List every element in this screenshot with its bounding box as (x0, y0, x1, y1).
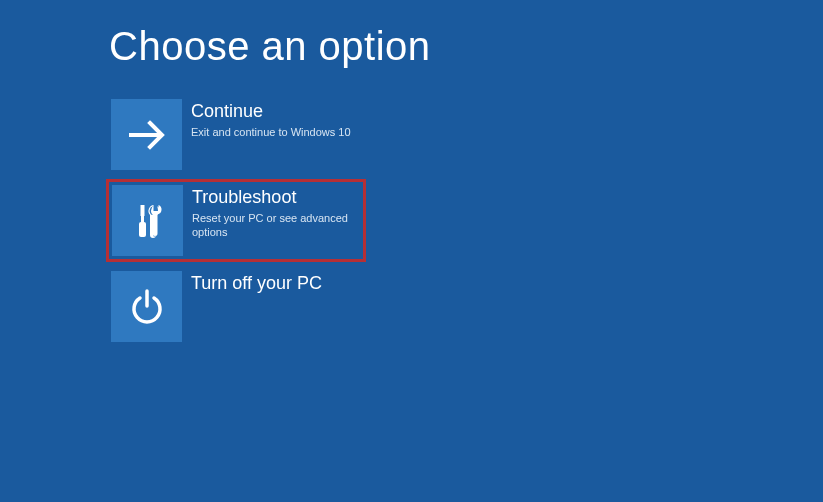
continue-text: Continue Exit and continue to Windows 10 (182, 99, 351, 139)
page-title: Choose an option (109, 24, 823, 69)
svg-rect-3 (139, 222, 146, 237)
continue-option[interactable]: Continue Exit and continue to Windows 10 (109, 97, 369, 172)
troubleshoot-option[interactable]: Troubleshoot Reset your PC or see advanc… (106, 179, 366, 262)
troubleshoot-title: Troubleshoot (192, 187, 360, 209)
arrow-right-icon (111, 99, 182, 170)
svg-rect-1 (140, 205, 144, 216)
continue-title: Continue (191, 101, 351, 123)
recovery-menu: Choose an option Continue Exit and conti… (0, 0, 823, 344)
power-icon (111, 271, 182, 342)
continue-desc: Exit and continue to Windows 10 (191, 125, 351, 139)
svg-rect-4 (153, 204, 157, 211)
troubleshoot-desc: Reset your PC or see advanced options (192, 211, 360, 240)
turnoff-text: Turn off your PC (182, 271, 322, 295)
turnoff-title: Turn off your PC (191, 273, 322, 295)
tools-icon (112, 185, 183, 256)
turnoff-option[interactable]: Turn off your PC (109, 269, 369, 344)
troubleshoot-text: Troubleshoot Reset your PC or see advanc… (183, 185, 360, 239)
svg-rect-2 (141, 216, 144, 222)
